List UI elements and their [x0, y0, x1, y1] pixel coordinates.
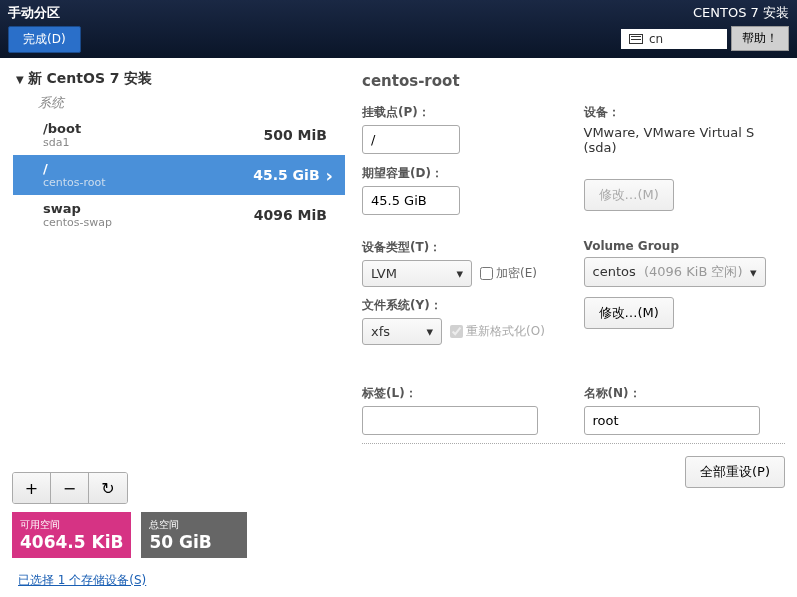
chevron-right-icon: ›	[326, 165, 333, 186]
help-button[interactable]: 帮助！	[731, 26, 789, 51]
name-input[interactable]	[584, 406, 760, 435]
name-label: 名称(N)：	[584, 385, 786, 402]
devtype-label: 设备类型(T)：	[362, 239, 564, 256]
layout-code: cn	[649, 32, 663, 46]
product-title: CENTOS 7 安装	[621, 4, 789, 22]
vg-label: Volume Group	[584, 239, 786, 253]
total-space: 总空间 50 GiB	[141, 512, 247, 558]
available-space: 可用空间 4064.5 KiB	[12, 512, 131, 558]
partition-list: /boot sda1 500 MiB / centos-root 45.5 Gi…	[12, 114, 346, 236]
add-partition-button[interactable]: +	[13, 473, 51, 503]
fs-select[interactable]: xfs ▾	[362, 318, 442, 345]
category-label: 系统	[38, 94, 346, 112]
tag-label: 标签(L)：	[362, 385, 564, 402]
encrypt-checkbox[interactable]: 加密(E)	[480, 265, 537, 282]
partition-row-boot[interactable]: /boot sda1 500 MiB	[13, 115, 345, 155]
reformat-checkbox: 重新格式化(O)	[450, 323, 545, 340]
vg-select[interactable]: centos (4096 KiB 空闲) ▾	[584, 257, 766, 287]
storage-devices-link[interactable]: 已选择 1 个存储设备(S)	[18, 572, 346, 589]
partition-row-swap[interactable]: swap centos-swap 4096 MiB	[13, 195, 345, 235]
mount-input[interactable]	[362, 125, 460, 154]
done-button[interactable]: 完成(D)	[8, 26, 81, 53]
keyboard-icon	[629, 34, 643, 44]
chevron-down-icon: ▾	[750, 265, 757, 280]
reset-all-button[interactable]: 全部重设(P)	[685, 456, 785, 488]
device-label: 设备：	[584, 104, 786, 121]
remove-partition-button[interactable]: −	[51, 473, 89, 503]
mount-label: 挂载点(P)：	[362, 104, 564, 121]
fs-label: 文件系统(Y)：	[362, 297, 564, 314]
chevron-down-icon: ▼	[16, 74, 24, 85]
keyboard-layout[interactable]: cn	[621, 29, 727, 49]
right-title: centos-root	[362, 72, 785, 90]
tag-input[interactable]	[362, 406, 538, 435]
chevron-down-icon: ▾	[456, 266, 463, 281]
capacity-label: 期望容量(D)：	[362, 165, 564, 182]
install-title[interactable]: ▼ 新 CentOS 7 安装	[16, 70, 346, 88]
vg-modify-button[interactable]: 修改…(M)	[584, 297, 674, 329]
page-title: 手动分区	[8, 4, 621, 22]
devtype-select[interactable]: LVM ▾	[362, 260, 472, 287]
device-text: VMware, VMware Virtual S (sda)	[584, 125, 786, 155]
chevron-down-icon: ▾	[426, 324, 433, 339]
modify-device-button: 修改…(M)	[584, 179, 674, 211]
partition-row-root[interactable]: / centos-root 45.5 GiB ›	[13, 155, 345, 195]
capacity-input[interactable]	[362, 186, 460, 215]
reload-button[interactable]: ↻	[89, 473, 127, 503]
